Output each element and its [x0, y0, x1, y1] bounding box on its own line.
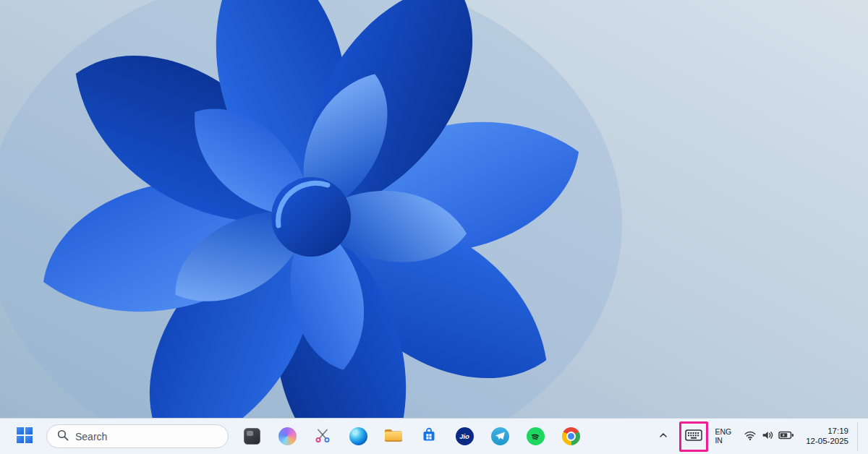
chrome-icon [562, 427, 580, 445]
language-indicator[interactable]: ENG IN [710, 422, 736, 451]
start-button[interactable] [10, 422, 39, 451]
jio-label: Jio [459, 432, 469, 440]
chrome-button[interactable] [556, 422, 585, 451]
hidden-icons-chevron-button[interactable] [649, 422, 678, 451]
touch-keyboard-icon [685, 429, 702, 444]
file-explorer-icon [384, 427, 403, 445]
jio-button[interactable]: Jio [450, 422, 479, 451]
copilot-button[interactable] [273, 422, 302, 451]
edge-icon [349, 427, 367, 445]
telegram-icon [491, 427, 509, 445]
wifi-icon [744, 429, 757, 444]
wallpaper-bloom-image [0, 0, 868, 454]
task-view-button[interactable] [237, 422, 266, 451]
spotify-button[interactable] [521, 422, 550, 451]
language-line2: IN [715, 437, 723, 445]
search-input[interactable]: Search [46, 424, 229, 448]
file-explorer-button[interactable] [379, 422, 408, 451]
microsoft-store-icon [420, 427, 438, 446]
windows-logo-icon [17, 427, 33, 445]
task-view-icon [244, 428, 260, 445]
edge-button[interactable] [344, 422, 373, 451]
network-volume-battery-button[interactable] [738, 422, 800, 451]
touch-keyboard-wrap [681, 423, 707, 450]
snipping-tool-button[interactable] [308, 422, 337, 451]
clock-date: 12-05-2025 [806, 437, 848, 447]
microsoft-store-button[interactable] [414, 422, 443, 451]
snipping-tool-icon [314, 427, 331, 446]
show-desktop-button[interactable] [857, 422, 861, 451]
clock-time: 17:19 [827, 427, 848, 437]
volume-icon [761, 429, 774, 444]
pinned-apps: Jio [237, 422, 585, 451]
telegram-button[interactable] [485, 422, 514, 451]
language-line1: ENG [715, 428, 731, 437]
taskbar: Search [0, 418, 868, 454]
chevron-up-icon [658, 429, 669, 443]
jio-icon: Jio [456, 427, 474, 445]
copilot-icon [278, 427, 297, 445]
search-placeholder: Search [75, 431, 107, 442]
clock[interactable]: 17:19 12-05-2025 [801, 422, 853, 451]
touch-keyboard-button[interactable] [681, 423, 707, 450]
battery-icon [778, 430, 794, 442]
spotify-icon [527, 427, 545, 445]
search-icon [57, 429, 69, 443]
system-tray: ENG IN [649, 422, 861, 451]
desktop: Search [0, 0, 868, 454]
